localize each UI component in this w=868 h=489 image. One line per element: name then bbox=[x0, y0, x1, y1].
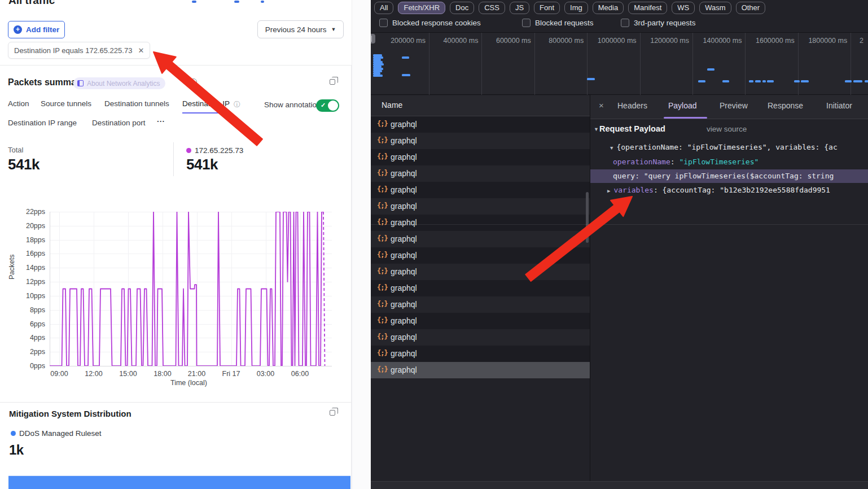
payload-line[interactable]: ▼{operationName: "ipFlowTimeseries", var… bbox=[610, 143, 838, 151]
tab-source-tunnels[interactable]: Source tunnels bbox=[41, 99, 91, 108]
stat-ip-value: 541k bbox=[186, 156, 218, 173]
payload-key: variables bbox=[613, 186, 653, 194]
badge-label: About Network Analytics bbox=[87, 80, 160, 88]
waterfall-overview-mark bbox=[865, 80, 868, 82]
payload-line[interactable]: query: "query ipFlowTimeseries($accountT… bbox=[613, 172, 834, 180]
waterfall-overview-mark bbox=[767, 80, 774, 82]
checkbox-blocked-response-cookies[interactable]: Blocked response cookies bbox=[379, 19, 481, 27]
table-row-request[interactable]: {;}graphql bbox=[371, 182, 590, 198]
request-name: graphql bbox=[391, 234, 417, 243]
active-tab-underline bbox=[182, 112, 232, 113]
table-row-request[interactable]: {;}graphql bbox=[371, 149, 590, 165]
filter-pill-fetchxhr[interactable]: Fetch/XHR bbox=[398, 2, 445, 14]
stat-ip-label: 172.65.225.73 bbox=[195, 146, 243, 155]
detail-tab-headers[interactable]: Headers bbox=[617, 101, 647, 110]
filter-pill-wasm[interactable]: Wasm bbox=[699, 2, 731, 14]
filter-pill-all[interactable]: All bbox=[374, 2, 393, 14]
stat-total-value: 541k bbox=[8, 156, 40, 173]
clock-icon bbox=[190, 78, 197, 85]
filter-pill-doc[interactable]: Doc bbox=[450, 2, 474, 14]
request-type-filters: AllFetch/XHRDocCSSJSFontImgMediaManifest… bbox=[374, 2, 765, 14]
json-braces-icon: {;} bbox=[377, 120, 388, 128]
filter-pill-media[interactable]: Media bbox=[593, 2, 624, 14]
detail-tab-response[interactable]: Response bbox=[768, 101, 803, 110]
name-column-header[interactable]: Name bbox=[371, 95, 590, 116]
detail-tab-initiator[interactable]: Initiator bbox=[826, 101, 852, 110]
filter-pill-ws[interactable]: WS bbox=[672, 2, 695, 14]
remove-filter-icon[interactable]: ✕ bbox=[138, 46, 144, 55]
add-filter-button[interactable]: + Add filter bbox=[8, 21, 65, 38]
table-row-request[interactable]: {;}graphql bbox=[371, 198, 590, 215]
popout-icon[interactable] bbox=[330, 410, 335, 416]
payload-line[interactable]: ▶variables: {accountTag: "b12e3b2192ee55… bbox=[607, 186, 830, 194]
table-row-request[interactable]: {;}graphql bbox=[371, 165, 590, 182]
filter-pill-manifest[interactable]: Manifest bbox=[628, 2, 667, 14]
tabs-overflow-button[interactable]: ... bbox=[157, 115, 165, 124]
tab-action[interactable]: Action bbox=[8, 99, 29, 108]
table-row-request[interactable]: {;}graphql bbox=[371, 362, 590, 378]
tab-destination-ip-range[interactable]: Destination IP range bbox=[8, 119, 77, 127]
waterfall-overview-mark bbox=[722, 80, 729, 82]
time-range-dropdown[interactable]: Previous 24 hours ▼ bbox=[257, 20, 344, 38]
disclosure-triangle-icon[interactable]: ▼ bbox=[610, 145, 613, 151]
request-name: graphql bbox=[391, 218, 417, 227]
network-overview-timeline[interactable]: 200000 ms400000 ms600000 ms800000 ms1000… bbox=[371, 33, 868, 95]
analytics-page: All traffic + Add filter Previous 24 hou… bbox=[0, 0, 352, 489]
table-row-request[interactable]: {;}graphql bbox=[371, 346, 590, 362]
about-network-analytics-badge[interactable]: About Network Analytics bbox=[73, 77, 165, 89]
info-icon[interactable]: ⓘ bbox=[234, 100, 240, 110]
checkbox-label: Blocked response cookies bbox=[392, 19, 481, 27]
table-row-request[interactable]: {;}graphql bbox=[371, 313, 590, 329]
show-annotations-toggle[interactable]: ✓ bbox=[316, 99, 339, 112]
popout-icon[interactable] bbox=[330, 79, 335, 85]
timeline-ruler-label-clipped: 2 bbox=[860, 37, 863, 45]
table-row-request[interactable]: {;}graphql bbox=[371, 329, 590, 346]
table-row-request[interactable]: {;}graphql bbox=[371, 116, 590, 133]
overview-drag-handle[interactable] bbox=[371, 34, 375, 43]
checkbox-box[interactable] bbox=[522, 19, 531, 27]
close-icon[interactable]: × bbox=[599, 101, 604, 110]
disclosure-triangle-icon[interactable]: ▶ bbox=[607, 188, 610, 194]
timeline-gridline bbox=[851, 33, 851, 95]
disclosure-triangle-icon[interactable]: ▼ bbox=[594, 126, 599, 132]
check-icon: ✓ bbox=[321, 102, 326, 109]
checkbox-box[interactable] bbox=[621, 19, 629, 27]
timeline-gridline bbox=[692, 33, 693, 95]
filter-pill-js[interactable]: JS bbox=[510, 2, 529, 14]
table-row-request[interactable]: {;}graphql bbox=[371, 280, 590, 296]
tab-destination-ip[interactable]: Destination IP bbox=[182, 99, 230, 108]
filter-pill-css[interactable]: CSS bbox=[479, 2, 505, 14]
payload-line[interactable]: operationName: "ipFlowTimeseries" bbox=[613, 158, 759, 166]
checkbox-blocked-requests[interactable]: Blocked requests bbox=[522, 19, 594, 27]
timeline-ruler-label: 600000 ms bbox=[496, 37, 531, 45]
checkbox-box[interactable] bbox=[379, 19, 388, 27]
filter-pill-other[interactable]: Other bbox=[736, 2, 766, 14]
active-detail-tab-underline bbox=[664, 117, 707, 119]
x-tick-label: 21:00 bbox=[188, 370, 205, 378]
detail-tab-payload[interactable]: Payload bbox=[668, 101, 697, 110]
page-gutter bbox=[352, 0, 371, 489]
x-tick-label: 09:00 bbox=[50, 370, 68, 378]
view-source-link[interactable]: view source bbox=[707, 125, 747, 133]
table-row-request[interactable]: {;}graphql bbox=[371, 247, 590, 264]
table-row-request[interactable]: {;}graphql bbox=[371, 264, 590, 280]
waterfall-overview-mark bbox=[698, 80, 705, 82]
filter-pill-font[interactable]: Font bbox=[534, 2, 560, 14]
table-row-request[interactable]: {;}graphql bbox=[371, 215, 590, 231]
checkbox-3rd-party-requests[interactable]: 3rd-party requests bbox=[621, 19, 696, 27]
detail-tab-preview[interactable]: Preview bbox=[720, 101, 748, 110]
table-row-request[interactable]: {;}graphql bbox=[371, 133, 590, 149]
x-tick-label: 06:00 bbox=[291, 370, 309, 378]
checkbox-label: Blocked requests bbox=[535, 19, 594, 27]
table-row-request[interactable]: {;}graphql bbox=[371, 296, 590, 313]
tab-destination-port[interactable]: Destination port bbox=[92, 119, 146, 127]
filter-pill-img[interactable]: Img bbox=[564, 2, 588, 14]
table-row-request[interactable]: {;}graphql bbox=[371, 231, 590, 247]
tab-destination-tunnels[interactable]: Destination tunnels bbox=[104, 99, 169, 108]
waterfall-overview-mark bbox=[587, 78, 595, 80]
timeline-ruler-label: 1600000 ms bbox=[756, 37, 795, 45]
filter-chip[interactable]: Destination IP equals 172.65.225.73 ✕ bbox=[8, 42, 150, 59]
scrollbar-thumb[interactable] bbox=[586, 192, 589, 243]
json-braces-icon: {;} bbox=[377, 300, 388, 308]
x-tick-label: 12:00 bbox=[85, 370, 102, 378]
